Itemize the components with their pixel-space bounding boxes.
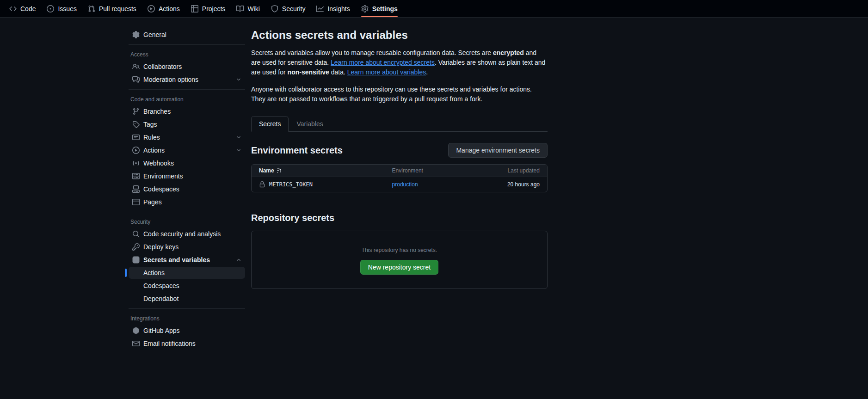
tab-wiki[interactable]: Wiki	[232, 0, 264, 17]
tab-projects[interactable]: Projects	[186, 0, 230, 17]
tab-label: Issues	[58, 5, 76, 12]
sidebar-divider	[129, 89, 245, 90]
sidebar-item-label: Actions	[143, 269, 165, 276]
tag-icon	[132, 121, 140, 128]
sidebar-item-email-notifications[interactable]: Email notifications	[129, 338, 245, 350]
tab-label: Pull requests	[99, 5, 136, 12]
codespaces-icon	[132, 185, 140, 193]
learn-more-encrypted-secrets-link[interactable]: Learn more about encrypted secrets	[331, 59, 435, 66]
intro-paragraph: Secrets and variables allow you to manag…	[251, 48, 548, 77]
tab-settings[interactable]: Settings	[357, 0, 402, 17]
sidebar-item-branches[interactable]: Branches	[129, 105, 245, 117]
secret-last-updated-cell: 20 hours ago	[488, 177, 547, 192]
sidebar-item-label: GitHub Apps	[143, 327, 180, 334]
sidebar-item-actions[interactable]: Actions	[129, 144, 245, 156]
sidebar-item-label: Codespaces	[143, 185, 179, 193]
intro-text: .	[426, 68, 428, 76]
sidebar-item-label: Rules	[143, 134, 160, 141]
git-branch-icon	[132, 108, 140, 115]
sidebar-item-label: Moderation options	[143, 76, 198, 83]
secret-name: METRICS_TOKEN	[269, 181, 313, 188]
sidebar-item-secrets-and-variables[interactable]: Secrets and variables	[129, 254, 245, 266]
sidebar-item-general[interactable]: General	[129, 29, 245, 41]
sidebar-item-rules[interactable]: Rules	[129, 131, 245, 143]
tab-label: Settings	[372, 5, 398, 12]
column-header-label: Name	[259, 167, 274, 174]
environment-link[interactable]: production	[392, 181, 418, 188]
sidebar-item-environments[interactable]: Environments	[129, 170, 245, 182]
sidebar-divider	[129, 44, 245, 45]
intro-text: Secrets and variables allow you to manag…	[251, 49, 493, 56]
new-repository-secret-button[interactable]: New repository secret	[360, 260, 438, 275]
sidebar-item-webhooks[interactable]: Webhooks	[129, 157, 245, 169]
column-header-last-updated: Last updated	[488, 165, 547, 177]
repository-secrets-title: Repository secrets	[251, 213, 548, 223]
intro-bold-encrypted: encrypted	[493, 49, 524, 56]
sort-ascending-icon	[276, 168, 282, 173]
page-title: Actions secrets and variables	[251, 29, 548, 42]
manage-environment-secrets-button[interactable]: Manage environment secrets	[448, 143, 548, 158]
tab-security[interactable]: Security	[266, 0, 310, 17]
column-header-name[interactable]: Name	[252, 165, 385, 177]
lock-icon	[259, 181, 265, 188]
tab-label: Insights	[327, 5, 350, 12]
sidebar-item-deploy-keys[interactable]: Deploy keys	[129, 241, 245, 253]
sidebar-section-title: Access	[125, 49, 245, 61]
sidebar-subitem-codespaces[interactable]: Codespaces	[129, 280, 245, 292]
learn-more-variables-link[interactable]: Learn more about variables	[347, 68, 426, 76]
tab-secrets[interactable]: Secrets	[251, 116, 289, 132]
sidebar-item-label: Pages	[143, 198, 162, 206]
tab-label: Security	[282, 5, 306, 12]
sidebar-divider	[129, 212, 245, 212]
sidebar-subitem-dependabot[interactable]: Dependabot	[129, 293, 245, 305]
key-asterisk-icon	[132, 256, 140, 264]
webhook-icon	[132, 160, 140, 167]
empty-state-message: This repository has no secrets.	[263, 247, 536, 253]
browser-icon	[132, 198, 140, 206]
tab-insights[interactable]: Insights	[312, 0, 354, 17]
table-icon	[191, 5, 198, 12]
tab-label: Projects	[202, 5, 226, 12]
sidebar-section-title: Security	[125, 216, 245, 228]
book-icon	[236, 5, 244, 12]
sidebar-item-github-apps[interactable]: GitHub Apps	[129, 325, 245, 337]
git-pull-request-icon	[88, 5, 95, 12]
main-content: Actions secrets and variables Secrets an…	[251, 29, 548, 350]
sidebar-item-label: General	[143, 31, 166, 38]
sidebar-subitem-actions[interactable]: Actions	[129, 267, 245, 279]
mail-icon	[132, 340, 140, 347]
sidebar-item-label: Webhooks	[143, 160, 174, 167]
sidebar-item-moderation-options[interactable]: Moderation options	[129, 74, 245, 86]
secrets-variables-tabnav: Secrets Variables	[251, 116, 548, 132]
comment-discussion-icon	[132, 76, 140, 83]
tab-code[interactable]: Code	[5, 0, 40, 17]
gear-icon	[361, 5, 369, 12]
tab-issues[interactable]: Issues	[42, 0, 81, 17]
secret-environment-cell: production	[385, 177, 488, 192]
sidebar-item-label: Actions	[143, 147, 165, 154]
environment-secrets-table: Name Environment Last updated METRICS_TO…	[251, 164, 548, 192]
sidebar-item-collaborators[interactable]: Collaborators	[129, 61, 245, 73]
sidebar-item-label: Environments	[143, 172, 183, 180]
tab-variables[interactable]: Variables	[289, 116, 331, 132]
graph-icon	[316, 5, 324, 12]
sidebar-item-label: Collaborators	[143, 63, 182, 70]
sidebar-item-tags[interactable]: Tags	[129, 118, 245, 130]
sidebar-item-label: Code security and analysis	[143, 230, 221, 238]
settings-sidebar: General Access Collaborators Moderation …	[125, 29, 245, 350]
sidebar-item-pages[interactable]: Pages	[129, 196, 245, 208]
rules-icon	[132, 134, 140, 141]
sidebar-item-label: Email notifications	[143, 340, 196, 347]
repo-tab-bar: Code Issues Pull requests Actions Projec…	[0, 0, 868, 18]
sidebar-item-label: Dependabot	[143, 295, 179, 302]
tab-actions[interactable]: Actions	[143, 0, 185, 17]
chevron-down-icon	[236, 147, 241, 153]
environment-secrets-header: Environment secrets Manage environment s…	[251, 143, 548, 158]
sidebar-item-label: Secrets and variables	[143, 256, 210, 264]
tab-label: Code	[20, 5, 36, 12]
sidebar-item-codespaces[interactable]: Codespaces	[129, 183, 245, 195]
sidebar-item-code-security[interactable]: Code security and analysis	[129, 228, 245, 240]
apps-icon	[132, 327, 140, 334]
tab-label: Actions	[159, 5, 180, 12]
tab-pull-requests[interactable]: Pull requests	[83, 0, 141, 17]
